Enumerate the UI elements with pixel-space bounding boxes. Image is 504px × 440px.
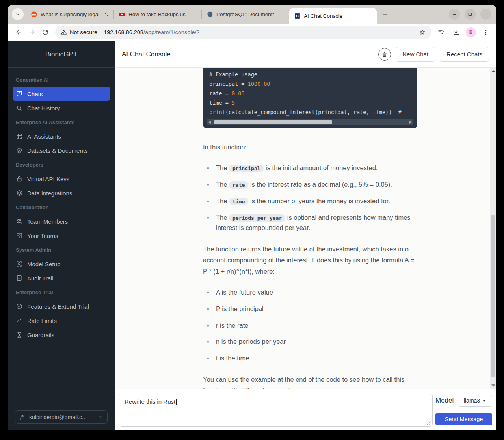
list-item: The rate is the interest rate as a decim…	[203, 179, 417, 190]
code-scrollbar-thumb[interactable]	[214, 120, 332, 124]
sidebar-item-features-extend-trial[interactable]: Features & Extend Trial	[13, 299, 110, 314]
resize-grip-icon[interactable]	[427, 421, 431, 425]
page-title: AI Chat Console	[122, 50, 171, 58]
scroll-down-arrow-icon[interactable]	[491, 384, 495, 387]
media-controls-button[interactable]	[435, 26, 447, 39]
main-panel: AI Chat Console New Chat Recent Chats # …	[115, 41, 496, 430]
brand-logo: BionicGPT	[8, 41, 115, 68]
sidebar-item-audit-trail[interactable]: Audit Trail	[13, 271, 110, 285]
list-item: P is the principal	[203, 304, 417, 314]
user-account-select[interactable]: kulbinderdio@gmail.c...	[15, 410, 108, 424]
new-tab-button[interactable]	[379, 8, 391, 20]
maximize-button[interactable]	[465, 9, 476, 20]
chart-icon	[16, 317, 23, 324]
code-horizontal-scrollbar[interactable]	[207, 119, 413, 125]
reload-icon	[42, 29, 49, 36]
tab-search-button[interactable]	[12, 8, 24, 20]
bionicgpt-favicon: B	[294, 13, 301, 19]
download-icon	[452, 28, 460, 36]
profile-avatar: B	[466, 27, 476, 37]
kebab-menu-icon	[482, 29, 489, 36]
youtube-icon	[119, 11, 125, 18]
forward-button[interactable]	[25, 26, 39, 39]
toolbar-actions: B	[435, 26, 492, 39]
profile-button[interactable]: B	[465, 26, 477, 39]
tab-close-icon[interactable]	[190, 10, 198, 19]
model-select[interactable]: llama3	[458, 395, 492, 407]
tab-reddit[interactable]: What is surprisingly legal	[26, 5, 113, 24]
sidebar-item-label: Data Integrations	[27, 190, 72, 197]
chevron-down-icon	[483, 400, 486, 402]
code-line: rate = 0.05	[203, 89, 417, 98]
tab-postgresql[interactable]: PostgreSQL: Documenta	[202, 5, 289, 24]
chat-icon: ?	[16, 90, 23, 97]
chat-scroll-area: # Example usage: principal = 1000.00 rat…	[115, 68, 496, 389]
trash-icon	[381, 51, 388, 58]
recent-chats-button[interactable]: Recent Chats	[440, 47, 489, 62]
tab-ai-chat-console[interactable]: B AI Chat Console	[289, 8, 377, 24]
grid-icon	[16, 232, 23, 239]
app-body: BionicGPT Generative AI ? Chats Chat His…	[8, 41, 496, 430]
users-icon	[16, 218, 23, 225]
tab-close-icon[interactable]	[102, 10, 110, 19]
inline-code: time	[229, 198, 248, 205]
sidebar-item-virtual-api-keys[interactable]: Virtual API Keys	[13, 172, 110, 186]
sidebar-item-datasets-documents[interactable]: Datasets & Documents	[13, 143, 110, 158]
minimize-icon	[452, 12, 457, 17]
model-select-value: llama3	[464, 397, 480, 404]
search-icon	[16, 104, 23, 111]
lock-icon	[16, 175, 23, 182]
new-chat-button[interactable]: New Chat	[396, 47, 435, 62]
tab-close-icon[interactable]	[365, 11, 374, 20]
list-item: The time is the number of years the mone…	[203, 196, 417, 206]
sidebar-item-chats[interactable]: ? Chats	[13, 87, 110, 101]
tab-youtube[interactable]: How to take Backups usi	[114, 5, 201, 24]
browser-toolbar: Not secure 192.168.86.208/app/team/1/con…	[8, 24, 496, 41]
browser-menu-button[interactable]	[480, 26, 492, 39]
nav-group-heading: Enterprise AI Assistants	[13, 115, 110, 129]
sidebar-item-label: Chats	[27, 91, 43, 97]
sidebar-item-rate-limits[interactable]: Rate Limits	[13, 314, 110, 328]
reddit-icon	[31, 11, 37, 18]
nav-group-heading: Generative AI	[13, 72, 110, 87]
warning-icon	[61, 29, 67, 35]
send-message-button[interactable]: Send Message	[435, 413, 492, 425]
forward-icon	[28, 28, 36, 36]
security-chip[interactable]: Not secure	[61, 29, 97, 35]
message-input[interactable]: Rewrite this in Rust	[119, 394, 433, 427]
sidebar-item-label: Rate Limits	[27, 317, 57, 324]
close-window-button[interactable]	[480, 9, 491, 20]
sidebar-item-team-members[interactable]: Team Members	[13, 214, 110, 228]
sidebar-item-model-setup[interactable]: Model Setup	[13, 257, 110, 271]
scroll-up-arrow-icon[interactable]	[491, 70, 495, 72]
sidebar-item-guardrails[interactable]: Guardrails	[13, 328, 110, 342]
bookmark-button[interactable]	[417, 26, 428, 38]
page-header: AI Chat Console New Chat Recent Chats	[115, 41, 496, 68]
sidebar-item-chat-history[interactable]: Chat History	[13, 101, 110, 115]
address-bar[interactable]: Not secure 192.168.86.208/app/team/1/con…	[55, 26, 431, 39]
svg-text:B: B	[296, 14, 299, 18]
scroll-left-arrow-icon[interactable]	[208, 120, 211, 124]
back-button[interactable]	[12, 26, 25, 39]
chat-scrollbar[interactable]	[490, 68, 496, 389]
tab-title: AI Chat Console	[304, 13, 362, 19]
delete-chat-button[interactable]	[378, 48, 391, 61]
sidebar-item-label: Guardrails	[27, 332, 54, 338]
sidebar-item-label: Model Setup	[27, 261, 60, 267]
person-icon	[19, 414, 26, 420]
sidebar-item-data-integrations[interactable]: Data Integrations	[13, 186, 110, 200]
composer: Rewrite this in Rust Model llama3 Send M…	[115, 389, 496, 430]
sidebar-item-label: Team Members	[27, 218, 68, 225]
sidebar-item-ai-assistants[interactable]: AI Assistants	[13, 129, 110, 143]
scroll-right-arrow-icon[interactable]	[409, 120, 412, 124]
minimize-button[interactable]	[449, 9, 460, 20]
tab-close-icon[interactable]	[277, 10, 286, 19]
downloads-button[interactable]	[450, 26, 462, 39]
url-path: /app/team/1/console/2	[143, 29, 200, 35]
up-down-chevron-icon	[98, 414, 103, 420]
reload-button[interactable]	[39, 26, 52, 39]
chat-scrollbar-thumb[interactable]	[491, 215, 495, 377]
sidebar-item-label: Your Teams	[27, 232, 58, 239]
sidebar-item-label: Audit Trail	[27, 275, 54, 282]
sidebar-item-your-teams[interactable]: Your Teams	[13, 228, 110, 243]
